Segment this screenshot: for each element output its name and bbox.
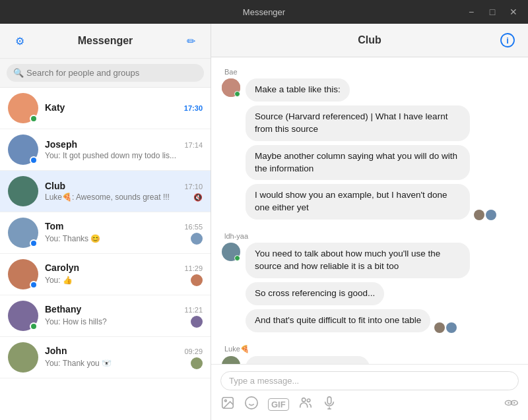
message-bubble: Maybe another column saying what you wil… xyxy=(246,145,470,181)
svg-rect-9 xyxy=(327,397,331,404)
read-receipts-bae xyxy=(474,210,496,220)
message-group-luke: Luke🍕 Awesome, sounds great !!! xyxy=(222,345,517,364)
name-row-carolyn: Carolyn 11:29 xyxy=(45,262,203,273)
sender-name-luke: Luke🍕 xyxy=(224,345,517,353)
conversation-info-katy: Katy 17:30 xyxy=(45,102,203,114)
message-toolbar: GIF xyxy=(220,396,519,413)
svg-text:i: i xyxy=(506,36,509,45)
online-badge-katy xyxy=(30,115,38,123)
conversation-info-bethany: Bethany 11:21 You: How is hills? xyxy=(45,304,203,328)
gif-button[interactable]: GIF xyxy=(268,398,289,411)
sender-name-bae: Bae xyxy=(224,68,517,76)
conv-preview-club: Luke🍕: Awesome, sounds great !!! 🔇 xyxy=(45,193,203,202)
conv-name-tom: Tom xyxy=(45,221,64,231)
messages-area: Bae Make a table like this: Source (Harv… xyxy=(211,57,528,364)
conv-name-carolyn: Carolyn xyxy=(45,262,79,273)
receipt-avatar xyxy=(434,322,445,333)
name-row-katy: Katy 17:30 xyxy=(45,102,203,113)
window-controls: − □ ✕ xyxy=(463,4,521,20)
avatar-wrap-tom xyxy=(8,218,38,248)
svg-point-4 xyxy=(246,397,257,409)
chat-title: Club xyxy=(242,34,498,46)
conversation-item-bethany[interactable]: Bethany 11:21 You: How is hills? xyxy=(0,295,211,337)
titlebar: Messenger − □ ✕ xyxy=(0,0,528,24)
conversation-info-club: Club 17:10 Luke🍕: Awesome, sounds great … xyxy=(45,181,203,202)
receipt-avatar xyxy=(486,210,496,220)
settings-button[interactable]: ⚙ xyxy=(9,30,30,51)
gear-icon: ⚙ xyxy=(15,35,24,47)
conv-time-john: 09:29 xyxy=(184,347,203,355)
conv-preview-bethany: You: How is hills? xyxy=(45,316,203,328)
conv-thumb-tom xyxy=(188,233,203,245)
conv-name-club: Club xyxy=(45,181,65,191)
message-bubble: And that's quite difficult to fit into o… xyxy=(246,309,430,332)
message-bubble: Make a table like this: xyxy=(246,78,350,102)
conv-thumb-bethany xyxy=(191,316,203,328)
avatar-wrap-joseph xyxy=(8,135,38,165)
conversation-item-john[interactable]: John 09:29 You: Thank you 🐻‍❄️ xyxy=(0,337,211,378)
minimize-button[interactable]: − xyxy=(463,4,479,20)
avatar-john xyxy=(8,342,38,373)
online-badge-bethany xyxy=(30,322,38,330)
conversation-item-joseph[interactable]: Joseph 17:14 You: It got pushed down my … xyxy=(0,129,211,171)
conversation-info-tom: Tom 16:55 You: Thanks 😊 xyxy=(45,221,203,245)
mic-icon[interactable] xyxy=(322,396,337,413)
search-box: 🔍 xyxy=(7,64,204,82)
messenger-badge-joseph xyxy=(30,156,38,164)
conv-name-bethany: Bethany xyxy=(45,304,81,315)
search-icon: 🔍 xyxy=(13,68,24,78)
receipt-avatar xyxy=(446,322,457,333)
avatar-ldh-wrap xyxy=(222,243,240,261)
avatar-wrap-bethany xyxy=(8,301,38,331)
message-bubble: So cross referencing is good... xyxy=(246,282,384,305)
chat-header: Club i xyxy=(211,24,528,57)
message-bubble: You need to talk about how much you'll u… xyxy=(246,243,470,278)
svg-point-15 xyxy=(513,402,515,404)
message-bubble: Awesome, sounds great !!! xyxy=(246,356,370,364)
photo-icon[interactable] xyxy=(220,396,235,413)
conv-time-joseph: 17:14 xyxy=(184,141,203,149)
info-button[interactable]: i xyxy=(498,30,517,50)
search-input[interactable] xyxy=(26,68,196,78)
app-container: ⚙ Messenger ✏ 🔍 Katy xyxy=(0,24,528,420)
new-message-button[interactable]: ✏ xyxy=(180,30,201,51)
chat-area: Club i Bae Make a xyxy=(211,24,528,420)
conversation-info-joseph: Joseph 17:14 You: It got pushed down my … xyxy=(45,139,203,160)
conversations-list: Katy 17:30 Joseph 17:14 xyxy=(0,88,211,420)
maximize-button[interactable]: □ xyxy=(484,4,500,20)
sidebar-header: ⚙ Messenger ✏ xyxy=(0,24,211,59)
search-container: 🔍 xyxy=(0,59,211,88)
people-icon[interactable] xyxy=(298,396,313,413)
conv-preview-john: You: Thank you 🐻‍❄️ xyxy=(45,357,203,369)
muted-icon-club: 🔇 xyxy=(193,193,203,202)
conv-time-carolyn: 11:29 xyxy=(184,264,203,272)
avatar-wrap-katy xyxy=(8,93,38,123)
message-group-bae: Bae Make a table like this: Source (Harv… xyxy=(222,68,517,222)
conversation-item-tom[interactable]: Tom 16:55 You: Thanks 😊 xyxy=(0,212,211,254)
avatar-wrap-club xyxy=(8,176,38,206)
conversation-info-carolyn: Carolyn 11:29 You: 👍 xyxy=(45,262,203,286)
chat-input-area: Type a message... xyxy=(211,364,528,420)
conv-name-joseph: Joseph xyxy=(45,139,77,150)
more-icon[interactable] xyxy=(503,396,519,413)
conv-name-katy: Katy xyxy=(45,102,65,113)
close-button[interactable]: ✕ xyxy=(506,4,521,20)
svg-point-8 xyxy=(307,399,310,402)
conv-time-club: 17:10 xyxy=(184,183,203,191)
message-bubble: Source (Harvard referenced) | What I hav… xyxy=(246,105,470,141)
avatar-wrap-john xyxy=(8,342,38,373)
message-input[interactable]: Type a message... xyxy=(220,371,519,390)
avatar-bae xyxy=(222,78,240,97)
conversation-item-katy[interactable]: Katy 17:30 xyxy=(0,88,211,129)
conv-time-bethany: 11:21 xyxy=(184,306,203,314)
name-row-john: John 09:29 xyxy=(45,345,203,356)
conversation-item-club[interactable]: Club 17:10 Luke🍕: Awesome, sounds great … xyxy=(0,171,211,212)
avatar-luke xyxy=(222,356,240,364)
name-row-club: Club 17:10 xyxy=(45,181,203,191)
conversation-item-carolyn[interactable]: Carolyn 11:29 You: 👍 xyxy=(0,254,211,295)
emoji-icon[interactable] xyxy=(244,396,259,413)
avatar-wrap-carolyn xyxy=(8,259,38,289)
name-row-tom: Tom 16:55 xyxy=(45,221,203,231)
name-row-joseph: Joseph 17:14 xyxy=(45,139,203,150)
sender-name-ldh: ldh-yaa xyxy=(224,232,517,240)
